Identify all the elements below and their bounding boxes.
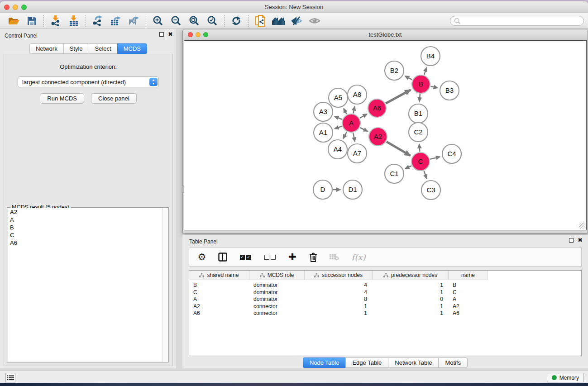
graph-node-B4[interactable]: B4 xyxy=(421,47,440,66)
float-table-panel-icon[interactable] xyxy=(569,238,574,243)
table-cell[interactable]: 4 xyxy=(305,289,373,296)
table-cell[interactable]: connector xyxy=(249,310,305,317)
graph-node-C2[interactable]: C2 xyxy=(409,123,428,142)
graph-edge-B-B4[interactable] xyxy=(424,68,426,75)
memory-button[interactable]: Memory xyxy=(547,373,584,382)
graph-node-C1[interactable]: C1 xyxy=(385,164,404,183)
graph-node-A3[interactable]: A3 xyxy=(314,102,333,121)
graph-edge-A-A6[interactable] xyxy=(360,114,367,118)
close-table-panel-icon[interactable]: ✖ xyxy=(578,238,583,243)
graph-edge-B-B1[interactable] xyxy=(419,94,420,101)
table-row[interactable]: Bdominator41B xyxy=(189,281,581,289)
window-resize-grip[interactable] xyxy=(579,223,585,229)
graph-edge-A-A4[interactable] xyxy=(343,132,346,138)
result-item-B[interactable]: B xyxy=(8,224,168,231)
search-input[interactable] xyxy=(450,16,584,26)
close-panel-button[interactable]: Close panel xyxy=(91,93,137,104)
graph-edge-A-A1[interactable] xyxy=(335,126,342,129)
select-all-icon[interactable]: ✓✓ xyxy=(238,251,253,263)
table-row[interactable]: A2connector11A2 xyxy=(189,303,581,310)
import-table-icon[interactable] xyxy=(65,14,83,28)
graph-node-D[interactable]: D xyxy=(313,180,332,199)
tab-network[interactable]: Network xyxy=(29,43,63,54)
export-table-icon[interactable] xyxy=(107,14,125,28)
table-cell[interactable]: dominator xyxy=(249,281,305,289)
table-cell[interactable]: B xyxy=(189,281,249,289)
task-history-button[interactable] xyxy=(5,373,15,382)
result-scrollbar[interactable] xyxy=(163,208,168,362)
table-cell[interactable]: 1 xyxy=(373,289,449,296)
graph-node-A1[interactable]: A1 xyxy=(314,123,333,142)
column-header-predecessor-nodes[interactable]: predecessor nodes xyxy=(373,271,449,280)
graph-node-A2[interactable]: A2 xyxy=(369,128,387,146)
delete-table-icon[interactable] xyxy=(329,251,339,263)
graph-node-B[interactable]: B xyxy=(412,75,430,93)
table-cell[interactable]: A6 xyxy=(189,310,249,317)
graph-node-A5[interactable]: A5 xyxy=(329,88,348,107)
graph-edge-A-A8[interactable] xyxy=(353,106,354,113)
run-mcds-button[interactable]: Run MCDS xyxy=(40,93,84,104)
table-cell[interactable]: A2 xyxy=(449,303,488,310)
tab-network-table[interactable]: Network Table xyxy=(388,357,438,368)
graph-edge-A-A2[interactable] xyxy=(360,128,368,131)
table-cell[interactable]: 4 xyxy=(305,281,373,289)
table-cell[interactable]: 1 xyxy=(373,310,449,317)
export-network-icon[interactable] xyxy=(89,14,107,28)
close-panel-icon[interactable]: ✖ xyxy=(168,32,173,37)
graph-edge-C-C3[interactable] xyxy=(424,171,427,179)
result-item-A[interactable]: A xyxy=(8,216,168,224)
first-neighbors-icon[interactable] xyxy=(269,14,287,28)
table-cell[interactable]: 0 xyxy=(373,295,449,303)
zoom-out-icon[interactable] xyxy=(167,14,185,28)
hide-selected-icon[interactable] xyxy=(287,14,306,28)
graph-node-D1[interactable]: D1 xyxy=(343,180,362,199)
zoom-selected-icon[interactable] xyxy=(203,14,221,28)
tab-edge-table[interactable]: Edge Table xyxy=(345,357,388,368)
zoom-in-icon[interactable] xyxy=(149,14,167,28)
graph-edge-C-C1[interactable] xyxy=(405,166,411,168)
graph-edge-A2-C[interactable] xyxy=(387,142,411,156)
table-cell[interactable]: A6 xyxy=(449,310,488,317)
deselect-all-icon[interactable] xyxy=(263,251,277,263)
table-cell[interactable]: 1 xyxy=(305,310,373,317)
table-cell[interactable]: A xyxy=(449,295,488,303)
add-column-icon[interactable]: ✚ xyxy=(287,251,298,263)
graph-edge-A-A7[interactable] xyxy=(353,133,355,142)
column-header-MCDS-role[interactable]: MCDS role xyxy=(249,271,305,280)
table-row[interactable]: Adominator80A xyxy=(189,295,581,303)
graph-node-A[interactable]: A xyxy=(342,114,360,132)
network-canvas[interactable]: AA1A3A5A8A4A7A6A2BB1B2B3B4CC1C2C3C4DD1 xyxy=(184,40,587,230)
gear-icon[interactable]: ⚙ xyxy=(196,251,207,263)
show-all-icon[interactable] xyxy=(306,14,324,28)
split-view-icon[interactable] xyxy=(217,251,228,263)
table-cell[interactable]: C xyxy=(189,289,249,296)
table-cell[interactable]: 8 xyxy=(305,295,373,303)
graph-node-B1[interactable]: B1 xyxy=(409,104,428,123)
table-cell[interactable]: dominator xyxy=(249,289,305,296)
table-row[interactable]: A6connector11A6 xyxy=(189,310,581,317)
graph-node-C3[interactable]: C3 xyxy=(421,181,440,200)
table-cell[interactable]: A2 xyxy=(189,303,249,310)
table-cell[interactable]: connector xyxy=(249,303,305,310)
graph-node-B3[interactable]: B3 xyxy=(440,81,459,100)
tab-mcds[interactable]: MCDS xyxy=(117,43,147,54)
delete-column-icon[interactable] xyxy=(308,251,319,263)
result-item-A6[interactable]: A6 xyxy=(8,239,168,247)
new-network-from-selection-icon[interactable] xyxy=(251,14,269,28)
graph-node-C[interactable]: C xyxy=(411,152,430,171)
table-cell[interactable]: dominator xyxy=(249,295,305,303)
graph-edge-A-A3[interactable] xyxy=(335,116,342,119)
table-cell[interactable]: 1 xyxy=(373,281,449,289)
function-builder-icon[interactable]: f(x) xyxy=(349,251,368,263)
graph-node-A8[interactable]: A8 xyxy=(348,85,367,104)
graph-edge-A6-B[interactable] xyxy=(386,90,411,103)
table-cell[interactable]: 1 xyxy=(305,303,373,310)
table-cell[interactable]: A xyxy=(189,295,249,303)
float-panel-icon[interactable] xyxy=(159,32,164,37)
zoom-fit-icon[interactable] xyxy=(185,14,203,28)
graph-edge-C-C4[interactable] xyxy=(430,157,440,159)
tab-style[interactable]: Style xyxy=(63,43,89,54)
table-row[interactable]: Cdominator41C xyxy=(189,289,581,296)
graph-edge-A-A5[interactable] xyxy=(344,109,346,114)
divider-handle[interactable] xyxy=(182,186,184,193)
